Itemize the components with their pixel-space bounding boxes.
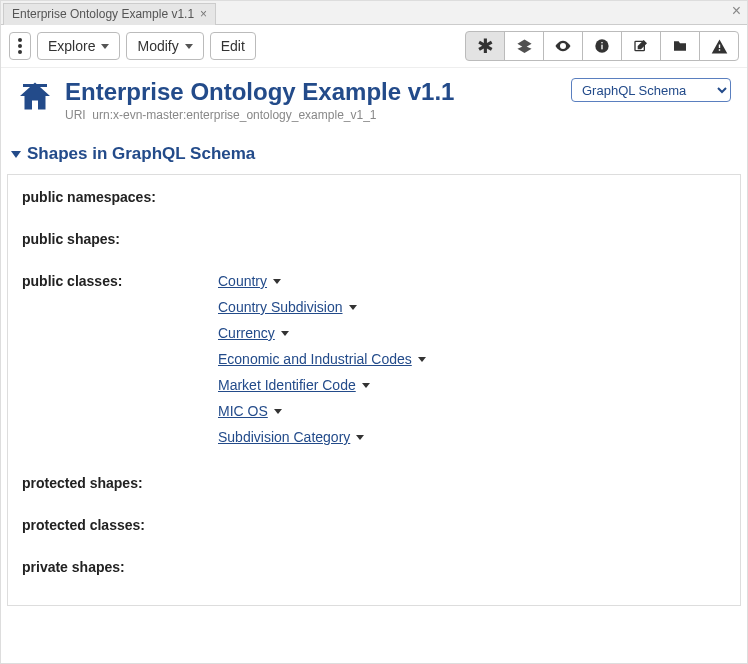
- field-label: public classes:: [22, 273, 218, 289]
- section-header: Shapes in GraphQL Schema: [1, 126, 747, 170]
- svg-rect-5: [23, 84, 47, 87]
- title-block: Enterprise Ontology Example v1.1 URI urn…: [65, 78, 571, 122]
- icon-toolbar: ✱: [465, 31, 739, 61]
- warning-button[interactable]: [699, 31, 739, 61]
- explore-button[interactable]: Explore: [37, 32, 120, 60]
- chevron-down-icon[interactable]: [273, 279, 281, 284]
- visibility-button[interactable]: [543, 31, 583, 61]
- list-item: Economic and Industrial Codes: [218, 351, 726, 367]
- page-title: Enterprise Ontology Example v1.1: [65, 78, 571, 106]
- section-title: Shapes in GraphQL Schema: [27, 144, 255, 164]
- chevron-down-icon[interactable]: [418, 357, 426, 362]
- field-private-shapes: private shapes:: [22, 559, 726, 575]
- explore-label: Explore: [48, 38, 95, 54]
- field-label: protected classes:: [22, 517, 218, 533]
- home-icon[interactable]: [17, 78, 53, 117]
- chevron-down-icon: [101, 44, 109, 49]
- class-link[interactable]: Subdivision Category: [218, 429, 350, 445]
- modify-label: Modify: [137, 38, 178, 54]
- edit-icon-button[interactable]: [621, 31, 661, 61]
- class-link[interactable]: Market Identifier Code: [218, 377, 356, 393]
- svg-point-0: [562, 45, 565, 48]
- edit-label: Edit: [221, 38, 245, 54]
- uri-label: URI: [65, 108, 86, 122]
- class-link[interactable]: MIC OS: [218, 403, 268, 419]
- chevron-down-icon[interactable]: [274, 409, 282, 414]
- info-button[interactable]: [582, 31, 622, 61]
- uri-row: URI urn:x-evn-master:enterprise_ontology…: [65, 108, 571, 122]
- tab-title: Enterprise Ontology Example v1.1: [12, 7, 194, 21]
- toolbar: Explore Modify Edit ✱: [1, 25, 747, 68]
- chevron-down-icon[interactable]: [281, 331, 289, 336]
- folder-button[interactable]: [660, 31, 700, 61]
- class-link[interactable]: Country Subdivision: [218, 299, 343, 315]
- content-panel: public namespaces: public shapes: public…: [7, 174, 741, 606]
- chevron-down-icon[interactable]: [349, 305, 357, 310]
- field-label: public namespaces:: [22, 189, 218, 205]
- field-label: protected shapes:: [22, 475, 218, 491]
- folder-icon: [672, 38, 688, 54]
- edit-button[interactable]: Edit: [210, 32, 256, 60]
- class-link[interactable]: Currency: [218, 325, 275, 341]
- schema-select[interactable]: GraphQL Schema: [571, 78, 731, 102]
- kebab-icon: [18, 38, 22, 54]
- eye-icon: [554, 37, 572, 55]
- list-item: Country: [218, 273, 726, 289]
- pencil-square-icon: [633, 38, 649, 54]
- field-public-classes: public classes: CountryCountry Subdivisi…: [22, 273, 726, 455]
- chevron-down-icon[interactable]: [362, 383, 370, 388]
- list-item: Market Identifier Code: [218, 377, 726, 393]
- svg-rect-2: [601, 45, 602, 50]
- list-item: Currency: [218, 325, 726, 341]
- field-public-shapes: public shapes:: [22, 231, 726, 247]
- more-button[interactable]: [9, 32, 31, 60]
- warning-icon: [711, 38, 728, 55]
- asterisk-button[interactable]: ✱: [465, 31, 505, 61]
- field-protected-classes: protected classes:: [22, 517, 726, 533]
- list-item: MIC OS: [218, 403, 726, 419]
- layers-button[interactable]: [504, 31, 544, 61]
- page-header: Enterprise Ontology Example v1.1 URI urn…: [1, 68, 747, 126]
- tab[interactable]: Enterprise Ontology Example v1.1 ×: [3, 3, 216, 25]
- list-item: Country Subdivision: [218, 299, 726, 315]
- collapse-icon[interactable]: [11, 151, 21, 158]
- chevron-down-icon: [185, 44, 193, 49]
- class-link[interactable]: Economic and Industrial Codes: [218, 351, 412, 367]
- field-label: private shapes:: [22, 559, 218, 575]
- class-link[interactable]: Country: [218, 273, 267, 289]
- field-protected-shapes: protected shapes:: [22, 475, 726, 491]
- uri-value: urn:x-evn-master:enterprise_ontology_exa…: [92, 108, 376, 122]
- list-item: Subdivision Category: [218, 429, 726, 445]
- layers-icon: [516, 38, 533, 55]
- close-icon[interactable]: ×: [200, 7, 207, 21]
- field-public-namespaces: public namespaces:: [22, 189, 726, 205]
- asterisk-icon: ✱: [477, 36, 494, 56]
- modify-button[interactable]: Modify: [126, 32, 203, 60]
- tab-bar: Enterprise Ontology Example v1.1 × ×: [1, 1, 747, 25]
- chevron-down-icon[interactable]: [356, 435, 364, 440]
- window-close-icon[interactable]: ×: [732, 3, 741, 19]
- info-icon: [594, 38, 610, 54]
- public-classes-list: CountryCountry SubdivisionCurrencyEconom…: [218, 273, 726, 455]
- svg-rect-3: [601, 42, 602, 43]
- field-label: public shapes:: [22, 231, 218, 247]
